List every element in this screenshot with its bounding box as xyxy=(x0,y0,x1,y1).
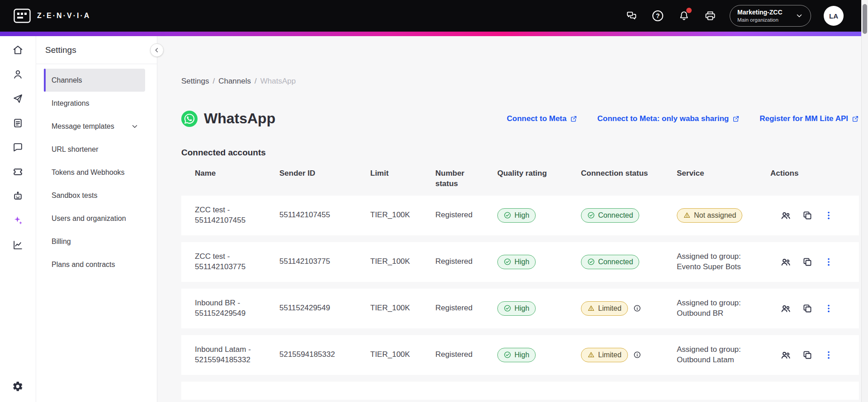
rail-item-analytics[interactable] xyxy=(10,237,26,252)
connect-to-meta-link[interactable]: Connect to Meta xyxy=(507,114,577,123)
chevron-left-icon xyxy=(153,47,160,54)
connection-label: Limited xyxy=(598,350,622,360)
rail-item-bots[interactable] xyxy=(10,188,26,204)
more-actions-button[interactable] xyxy=(824,257,834,267)
rail-item-settings[interactable] xyxy=(10,379,26,394)
more-actions-button[interactable] xyxy=(824,350,834,360)
limit: TIER_100K xyxy=(370,350,435,360)
rail-item-tickets[interactable] xyxy=(10,164,26,179)
scrollbar-thumb[interactable] xyxy=(863,4,867,34)
vertical-scrollbar[interactable] xyxy=(861,0,868,402)
check-circle-icon xyxy=(587,258,595,266)
sidebar-collapse-button[interactable] xyxy=(150,43,164,57)
number-status: Registered xyxy=(435,303,497,313)
connection-badge: Limited xyxy=(581,301,628,316)
sidebar-item-users-organization[interactable]: Users and organization xyxy=(44,207,145,230)
sender-id: 551152429549 xyxy=(279,303,370,313)
copy-button[interactable] xyxy=(802,303,813,314)
quality-rating-cell: High xyxy=(497,348,581,362)
manage-users-button[interactable] xyxy=(780,350,791,360)
external-link-icon xyxy=(852,115,859,122)
column-header-number-status: Number status xyxy=(435,168,497,189)
manage-users-button[interactable] xyxy=(780,210,791,221)
sidebar-item-integrations[interactable]: Integrations xyxy=(44,92,145,115)
page-title: WhatsApp xyxy=(204,110,275,127)
main-content: Settings Channels WhatsApp WhatsApp Conn… xyxy=(157,36,868,402)
rail-item-ai[interactable] xyxy=(10,213,26,228)
sidebar-item-channels[interactable]: Channels xyxy=(44,69,145,92)
document-icon xyxy=(12,117,24,129)
warning-triangle-icon xyxy=(587,351,595,359)
breadcrumb-channels[interactable]: Channels xyxy=(218,77,257,86)
brand-name: Z·E·N·V·I·A xyxy=(37,12,90,20)
account-name: Inbound Latam - 5215594185332 xyxy=(181,345,279,365)
rail-item-contacts[interactable] xyxy=(10,66,26,82)
copy-button[interactable] xyxy=(802,210,813,221)
notification-dot xyxy=(686,8,692,13)
check-circle-icon xyxy=(504,351,511,359)
actions-cell xyxy=(770,210,859,221)
register-mm-lite-link[interactable]: Register for MM Lite API xyxy=(760,114,859,123)
connection-label: Limited xyxy=(598,304,622,313)
breadcrumb-settings[interactable]: Settings xyxy=(181,77,215,86)
connection-info-button[interactable] xyxy=(633,351,641,359)
service-assignment-label: Assigned to group: xyxy=(677,345,763,355)
service-cell: Not assigned xyxy=(677,208,770,223)
notifications-button[interactable] xyxy=(677,9,691,23)
brand: Z·E·N·V·I·A xyxy=(14,9,90,23)
service-badge: Not assigned xyxy=(677,208,742,223)
rail-item-campaigns[interactable] xyxy=(10,91,26,106)
breadcrumb: Settings Channels WhatsApp xyxy=(181,77,859,86)
chevron-down-icon xyxy=(131,122,139,131)
column-header-connection-status: Connection status xyxy=(581,168,677,189)
sidebar-item-billing[interactable]: Billing xyxy=(44,230,145,253)
copy-button[interactable] xyxy=(802,350,813,360)
conversations-button[interactable] xyxy=(625,9,638,23)
kebab-menu-icon xyxy=(824,257,834,267)
organization-selector[interactable]: Marketing-ZCC Main organization xyxy=(730,5,811,26)
kebab-menu-icon xyxy=(824,350,834,360)
home-icon xyxy=(12,44,24,56)
sidebar-item-label: URL shortener xyxy=(52,145,98,154)
service-label: Not assigned xyxy=(694,210,736,220)
rail-item-templates[interactable] xyxy=(10,115,26,131)
connection-info-button[interactable] xyxy=(633,304,641,312)
limit: TIER_100K xyxy=(370,303,435,313)
user-group-icon xyxy=(780,257,791,267)
number-status: Registered xyxy=(435,257,497,267)
external-link-icon xyxy=(570,115,577,122)
sidebar-item-message-templates[interactable]: Message templates xyxy=(44,115,145,138)
copy-icon xyxy=(802,210,813,221)
manage-users-button[interactable] xyxy=(780,257,791,267)
quality-badge: High xyxy=(497,255,536,269)
rail-item-home[interactable] xyxy=(10,42,26,57)
sidebar-item-plans-contracts[interactable]: Plans and contracts xyxy=(44,253,145,276)
connection-badge: Limited xyxy=(581,348,628,362)
sidebar-item-url-shortener[interactable]: URL shortener xyxy=(44,138,145,161)
connect-to-meta-waba-link[interactable]: Connect to Meta: only waba sharing xyxy=(597,114,740,123)
table-row: ZCC test - 551142107455 551142107455 TIE… xyxy=(181,196,859,235)
quality-label: High xyxy=(514,257,529,267)
copy-button[interactable] xyxy=(802,257,813,267)
print-button[interactable] xyxy=(703,9,717,23)
more-actions-button[interactable] xyxy=(824,304,834,313)
rail-item-chats[interactable] xyxy=(10,140,26,155)
help-button[interactable]: ? xyxy=(651,9,665,23)
sidebar-item-sandbox-tests[interactable]: Sandbox tests xyxy=(44,184,145,207)
sidebar-item-tokens-webhooks[interactable]: Tokens and Webhooks xyxy=(44,161,145,184)
table-row-partial xyxy=(181,382,859,400)
account-name: ZCC test - 551142103775 xyxy=(181,252,279,272)
kebab-menu-icon xyxy=(824,210,834,220)
connection-label: Connected xyxy=(598,210,633,220)
table-row: Inbound BR - 551152429549 551152429549 T… xyxy=(181,289,859,328)
send-icon xyxy=(12,93,24,104)
column-header-name: Name xyxy=(181,168,279,189)
user-avatar[interactable]: LA xyxy=(824,6,844,26)
user-group-icon xyxy=(780,210,791,221)
settings-menu: Channels Integrations Message templates … xyxy=(36,69,157,276)
more-actions-button[interactable] xyxy=(824,210,834,220)
connection-badge: Connected xyxy=(581,208,639,223)
link-label: Connect to Meta: only waba sharing xyxy=(597,114,729,123)
topbar-actions: ? Marketing-ZCC Main organization xyxy=(625,5,854,26)
manage-users-button[interactable] xyxy=(780,303,791,314)
